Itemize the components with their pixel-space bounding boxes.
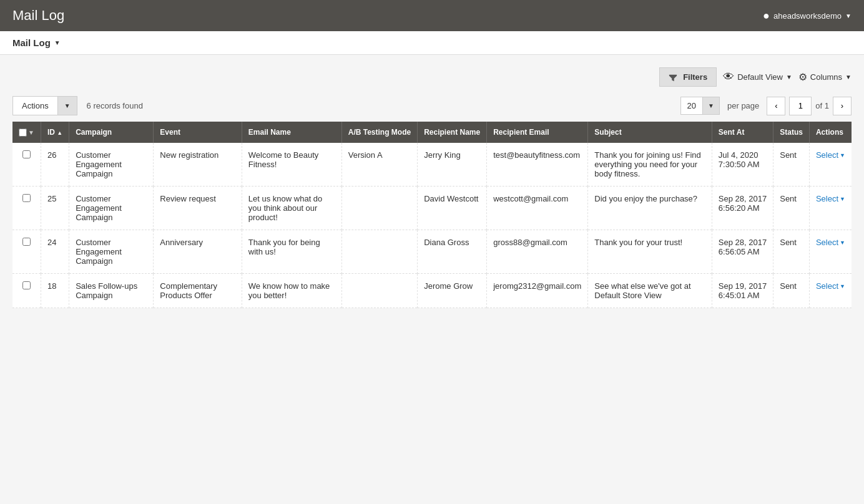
- table-header-row: ▼ ID ▲ Campaign Event Email Name A/B Te: [12, 122, 852, 143]
- eye-icon: 👁: [723, 70, 734, 84]
- row-sent-at: Jul 4, 2020 7:30:50 AM: [712, 143, 773, 187]
- actions-dropdown: Actions ▼: [12, 96, 77, 115]
- columns-selector[interactable]: ⚙ Columns ▼: [798, 71, 852, 83]
- view-label: Default View: [737, 72, 783, 82]
- th-recipient-email-label: Recipient Email: [493, 128, 549, 137]
- row-recipient-email: jeromg2312@gmail.com: [487, 274, 588, 308]
- row-checkbox-cell: [12, 187, 41, 230]
- th-recipient-name: Recipient Name: [418, 122, 487, 143]
- select-link[interactable]: Select ▼: [816, 194, 845, 203]
- row-actions: Select ▼: [809, 230, 852, 274]
- row-subject: Thank you for your trust!: [588, 230, 712, 274]
- row-ab-testing: Version A: [341, 143, 417, 187]
- table-row: 25 Customer Engagement Campaign Review r…: [12, 187, 852, 230]
- row-id: 26: [41, 143, 69, 187]
- chevron-down-icon[interactable]: ▼: [28, 129, 34, 136]
- filters-label: Filters: [683, 72, 707, 82]
- row-id: 18: [41, 274, 69, 308]
- row-checkbox[interactable]: [22, 194, 31, 202]
- row-subject: See what else we've got at Default Store…: [588, 274, 712, 308]
- row-checkbox-cell: [12, 230, 41, 274]
- table-row: 24 Customer Engagement Campaign Annivers…: [12, 230, 852, 274]
- select-link[interactable]: Select ▼: [816, 150, 845, 160]
- row-actions: Select ▼: [809, 187, 852, 230]
- row-event: Complementary Products Offer: [154, 274, 242, 308]
- row-email-name: Thank you for being with us!: [242, 230, 341, 274]
- row-checkbox-cell: [12, 274, 41, 308]
- row-actions: Select ▼: [809, 274, 852, 308]
- th-subject: Subject: [588, 122, 712, 143]
- th-campaign: Campaign: [69, 122, 154, 143]
- next-page-button[interactable]: ›: [833, 97, 852, 115]
- row-ab-testing: [341, 274, 417, 308]
- row-id: 24: [41, 230, 69, 274]
- chevron-down-icon: ▼: [840, 240, 845, 246]
- th-recipient-name-label: Recipient Name: [424, 128, 480, 137]
- page-input[interactable]: [789, 97, 812, 115]
- records-count: 6 records found: [87, 101, 143, 110]
- row-campaign: Customer Engagement Campaign: [69, 187, 154, 230]
- chevron-down-icon: ▼: [786, 74, 792, 80]
- columns-label: Columns: [810, 72, 842, 82]
- th-email-name: Email Name: [242, 122, 341, 143]
- th-id[interactable]: ID ▲: [41, 122, 69, 143]
- chevron-down-icon: ▼: [54, 39, 61, 46]
- th-ab-label: A/B Testing Mode: [348, 128, 411, 137]
- row-recipient-name: Jerry King: [418, 143, 487, 187]
- row-checkbox-cell: [12, 143, 41, 187]
- view-selector[interactable]: 👁 Default View ▼: [723, 70, 792, 84]
- th-checkbox: ▼: [12, 122, 41, 143]
- row-sent-at: Sep 28, 2017 6:56:05 AM: [712, 230, 773, 274]
- th-id-label: ID: [47, 128, 55, 137]
- select-link[interactable]: Select ▼: [816, 281, 845, 291]
- row-checkbox[interactable]: [22, 238, 31, 246]
- sub-header-menu[interactable]: Mail Log ▼: [12, 37, 61, 48]
- main-content: Filters 👁 Default View ▼ ⚙ Columns ▼ Act…: [0, 55, 864, 321]
- row-campaign: Sales Follow-ups Campaign: [69, 274, 154, 308]
- actions-left: Actions ▼ 6 records found: [12, 96, 143, 115]
- table-row: 18 Sales Follow-ups Campaign Complementa…: [12, 274, 852, 308]
- row-checkbox[interactable]: [22, 150, 31, 158]
- person-icon: ●: [763, 9, 770, 22]
- sort-icon: ▲: [57, 130, 62, 136]
- row-status: Sent: [773, 187, 810, 230]
- select-all-checkbox[interactable]: [19, 128, 27, 137]
- row-event: Anniversary: [154, 230, 242, 274]
- row-email-name: Let us know what do you think about our …: [242, 187, 341, 230]
- page-title: Mail Log: [12, 7, 64, 24]
- row-checkbox[interactable]: [22, 281, 31, 289]
- actions-dropdown-label: Actions: [13, 97, 57, 115]
- table-row: 26 Customer Engagement Campaign New regi…: [12, 143, 852, 187]
- row-recipient-email: westcott@gmail.com: [487, 187, 588, 230]
- username-label: aheadsworksdemo: [773, 11, 842, 21]
- row-campaign: Customer Engagement Campaign: [69, 143, 154, 187]
- row-ab-testing: [341, 230, 417, 274]
- th-ab-testing: A/B Testing Mode: [341, 122, 417, 143]
- row-email-name: Welcome to Beauty Fitness!: [242, 143, 341, 187]
- row-recipient-name: David Westcott: [418, 187, 487, 230]
- row-ab-testing: [341, 187, 417, 230]
- per-page-toggle[interactable]: ▼: [702, 97, 719, 114]
- row-subject: Thank you for joining us! Find everythin…: [588, 143, 712, 187]
- th-subject-label: Subject: [594, 128, 621, 137]
- filters-button[interactable]: Filters: [659, 67, 717, 87]
- row-status: Sent: [773, 230, 810, 274]
- user-menu[interactable]: ● aheadsworksdemo ▼: [763, 9, 852, 22]
- th-status-label: Status: [780, 128, 803, 137]
- data-table: ▼ ID ▲ Campaign Event Email Name A/B Te: [12, 122, 852, 308]
- row-recipient-name: Diana Gross: [418, 230, 487, 274]
- th-actions-label: Actions: [816, 128, 843, 137]
- row-subject: Did you enjoy the purchase?: [588, 187, 712, 230]
- row-status: Sent: [773, 143, 810, 187]
- sub-header-title-label: Mail Log: [12, 37, 51, 48]
- th-campaign-label: Campaign: [76, 128, 112, 137]
- per-page-value: 20: [681, 97, 702, 114]
- chevron-down-icon: ▼: [845, 74, 852, 80]
- select-link[interactable]: Select ▼: [816, 238, 845, 247]
- row-event: New registration: [154, 143, 242, 187]
- actions-dropdown-toggle[interactable]: ▼: [57, 97, 77, 115]
- prev-page-button[interactable]: ‹: [767, 97, 785, 115]
- row-sent-at: Sep 28, 2017 6:56:20 AM: [712, 187, 773, 230]
- th-recipient-email: Recipient Email: [487, 122, 588, 143]
- row-id: 25: [41, 187, 69, 230]
